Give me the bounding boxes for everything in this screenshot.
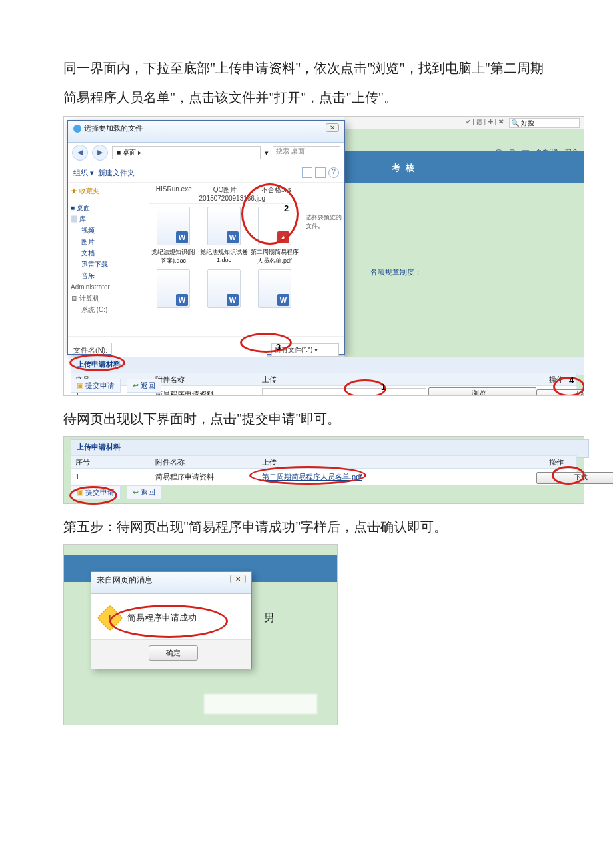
nav-forward-button[interactable]: ▶ [92, 145, 108, 161]
preview-pane: 选择要预览的文件。 [303, 183, 344, 336]
uploaded-file-link[interactable]: 第二周期简易程序人员名单.pdf [262, 469, 362, 485]
file-item-doc1[interactable]: 党纪法规知识(附答案).doc [149, 207, 198, 268]
file-open-dialog: 选择要加载的文件 ✕ ◀ ▶ ■ 桌面 ▸ ▾ 搜索 桌面 组织 ▾ 新建文件夹… [67, 120, 345, 355]
submit-application-button[interactable]: ▣提交申请 [71, 379, 121, 393]
dialog-close-button[interactable]: ✕ [326, 123, 339, 132]
message-box-close-icon[interactable]: ✕ [230, 575, 246, 583]
screenshot-uploaded-state: 上传申请材料 序号 附件名称 上传 操作 1 简易程序申请资料 第二周期简易程序… [63, 436, 584, 504]
file-item-doc4[interactable] [199, 269, 249, 331]
browser-search-box[interactable]: 🔍 好搜 [509, 118, 580, 128]
file-item-doc2[interactable]: 党纪法规知识试卷1.doc [199, 207, 249, 268]
file-list-pane[interactable]: HISRun.exe QQ图片201507200913166.jpg 不合格.x… [147, 183, 303, 336]
path-breadcrumb[interactable]: ■ 桌面 ▸ [112, 146, 261, 159]
back-button[interactable]: ↩返回 [127, 379, 161, 393]
browser-top-toolbar: ✔ | ▧ | ✚ | ✖ 🔍 好搜 [344, 117, 584, 129]
instruction-paragraph-1: 同一界面内，下拉至底部"上传申请资料"，依次点击"浏览"，找到电脑上"第二周期简… [63, 53, 556, 112]
message-box: 来自网页的消息 ✕ ! 简易程序申请成功 确定 [91, 571, 252, 669]
organize-menu[interactable]: 组织 ▾ [73, 168, 94, 178]
view-mode-icon[interactable] [302, 167, 312, 178]
message-box-text: 简易程序申请成功 [127, 612, 197, 624]
file-item-doc5[interactable] [250, 269, 299, 331]
submit-application-button-2[interactable]: ▣提交申请 [71, 485, 121, 499]
dialog-search-input[interactable]: 搜索 桌面 [273, 146, 340, 159]
message-box-title: 来自网页的消息 [97, 575, 153, 585]
filename-label: 文件名(N): [73, 345, 107, 355]
instruction-paragraph-3: 第五步：待网页出现"简易程序申请成功"字样后，点击确认即可。 [63, 512, 556, 541]
preview-pane-icon[interactable] [315, 167, 326, 178]
back-button-2[interactable]: ↩返回 [127, 485, 161, 499]
help-icon[interactable]: ? [328, 167, 339, 178]
warning-icon: ! [97, 605, 123, 631]
dialog-titlebar: 选择要加载的文件 ✕ [68, 121, 344, 143]
new-folder-button[interactable]: 新建文件夹 [98, 168, 135, 178]
download-button[interactable]: 下载 [536, 472, 613, 484]
background-text-male: 男 [264, 611, 275, 625]
file-item-pdf[interactable]: 第二周期简易程序人员名单.pdf [250, 207, 299, 268]
nav-back-button[interactable]: ◀ [72, 145, 88, 161]
screenshot-success-dialog: 来自网页的消息 ✕ ! 简易程序申请成功 确定 男 [63, 544, 338, 725]
rules-link[interactable]: 各项规章制度； [370, 267, 422, 277]
browser-trust-icons: ✔ | ▧ | ✚ | ✖ [466, 118, 504, 125]
white-scribble [204, 694, 317, 714]
instruction-paragraph-2: 待网页出现以下界面时，点击"提交申请"即可。 [63, 404, 556, 433]
page-header-title: 考 核 [344, 151, 584, 174]
filename-input[interactable] [111, 343, 267, 357]
file-item-doc3[interactable] [149, 269, 198, 331]
screenshot-upload-dialog: ✔ | ▧ | ✚ | ✖ 🔍 好搜 ▢ ▾ ▢ ▾ ▤ ▾ 页面(P) ▾ 安… [63, 116, 584, 396]
page-header-bar: 考 核 [344, 151, 584, 183]
ok-button[interactable]: 确定 [149, 645, 198, 661]
ie-icon [73, 125, 81, 133]
file-type-combo[interactable]: 所有文件(*.*) ▾ [271, 343, 339, 357]
folder-tree[interactable]: ★ 收藏夹 ■ 桌面 ▥ 库 视频 图片 文档 迅雷下载 音乐 Administ… [68, 183, 147, 336]
